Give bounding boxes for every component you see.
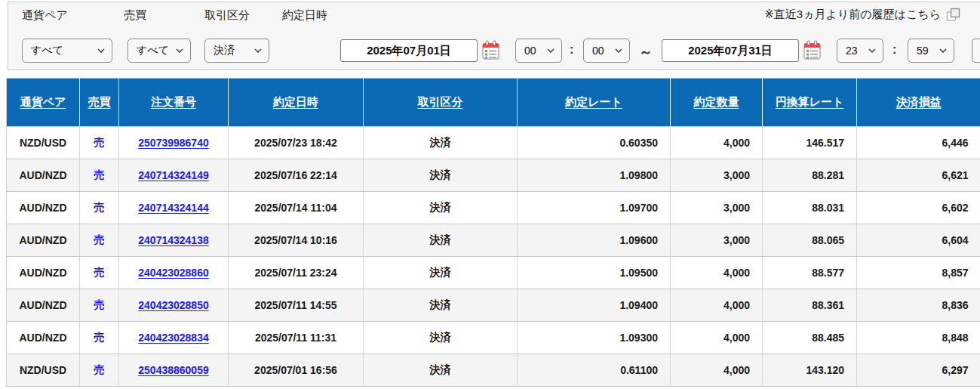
cell-jpy-rate: 146.517 [763,127,857,159]
currency-pair-select-value: すべて [31,44,63,57]
cell-settlement-pnl: 6,446 [857,127,980,159]
to-hour-select[interactable]: 23 [837,39,883,63]
cell-jpy-rate: 88.577 [763,257,857,289]
cell-jpy-rate: 88.361 [763,289,857,322]
order-number-link[interactable]: 240714324149 [138,169,208,181]
cell-exec-datetime: 2025/07/11 14:55 [229,289,364,322]
table-row: AUD/NZD売2407143241492025/07/16 22:14決済1.… [7,159,980,192]
cell-exec-quantity: 4,000 [671,127,763,159]
cell-side: 売 [80,192,119,224]
cell-trade-type: 決済 [364,159,518,192]
from-minute-value: 00 [592,45,604,57]
cell-exec-rate: 1.09300 [518,322,671,354]
cell-order-number: 240714324149 [119,159,229,192]
order-number-link[interactable]: 240714324138 [138,234,208,246]
from-minute-select[interactable]: 00 [583,39,630,63]
to-date-input[interactable]: 2025年07月31日 [662,39,799,62]
cell-exec-quantity: 3,000 [671,192,763,224]
cell-trade-type: 決済 [364,192,518,224]
table-row: AUD/NZD売2404230288502025/07/11 14:55決済1.… [7,289,980,322]
order-number-link[interactable]: 240714324144 [138,202,208,214]
cell-side: 売 [80,354,119,387]
side-select-value: すべて [137,44,169,57]
cell-trade-type: 決済 [364,127,518,159]
cell-order-number: 250438860059 [119,354,229,387]
chevron-down-icon [97,48,105,53]
cell-exec-datetime: 2025/07/23 18:42 [229,127,364,159]
table-header: 通貨ペア 売買 注文番号 約定日時 取引区分 約定レート 約定数量 円換算レート… [7,79,980,127]
cell-settlement-pnl: 6,602 [857,192,980,224]
col-header-exec-quantity[interactable]: 約定数量 [671,79,763,127]
cell-jpy-rate: 88.485 [763,322,857,354]
trade-type-select[interactable]: 決済 [204,39,269,63]
col-header-exec-rate[interactable]: 約定レート [518,79,671,127]
cell-settlement-pnl: 6,621 [857,159,980,192]
cell-exec-rate: 1.09700 [518,192,671,224]
col-header-trade-type[interactable]: 取引区分 [364,79,518,127]
to-calendar-icon[interactable] [803,40,821,60]
history-table-body: NZD/USD売2507399867402025/07/23 18:42決済0.… [7,127,980,387]
trade-history-screen: 通貨ペア 売買 取引区分 約定日時 ※直近3ヵ月より前の履歴はこちら すべて す… [0,0,980,389]
cell-side: 売 [80,257,119,289]
table-row: AUD/NZD売2404230288602025/07/11 23:24決済1.… [7,257,980,289]
cell-currency-pair: AUD/NZD [7,257,80,289]
order-number-link[interactable]: 240423028834 [138,332,208,344]
chevron-down-icon [176,48,183,53]
cell-order-number: 240714324144 [119,192,229,224]
cell-side: 売 [80,289,119,322]
from-hour-select[interactable]: 00 [515,39,562,63]
cell-trade-type: 決済 [364,257,518,289]
order-number-link[interactable]: 240423028850 [138,299,208,311]
col-header-side[interactable]: 売買 [80,79,119,127]
time-colon: : [570,43,573,57]
cell-settlement-pnl: 6,297 [857,354,980,387]
cell-order-number: 240423028850 [119,289,229,322]
col-header-jpy-rate[interactable]: 円換算レート [763,79,857,127]
col-header-settlement-pnl[interactable]: 決済損益 [857,79,980,127]
cell-exec-quantity: 3,000 [671,224,763,257]
popup-window-icon[interactable] [946,8,960,22]
cell-order-number: 240423028860 [119,257,229,289]
table-row: AUD/NZD売2407143241442025/07/14 11:04決済1.… [7,192,980,224]
cell-side: 売 [80,322,119,354]
cell-currency-pair: AUD/NZD [7,322,80,354]
order-number-link[interactable]: 250438860059 [138,364,208,376]
cell-side: 売 [80,224,119,257]
cell-settlement-pnl: 8,848 [857,322,980,354]
cell-currency-pair: AUD/NZD [7,289,80,322]
cutoff-button-fragment[interactable] [972,39,980,63]
cell-side: 売 [80,127,119,159]
table-row: AUD/NZD売2407143241382025/07/14 10:16決済1.… [7,224,980,257]
side-label: 売買 [124,8,146,23]
from-date-input[interactable]: 2025年07月01日 [340,39,478,62]
table-row: NZD/USD売2504388600592025/07/01 16:56決済0.… [7,354,980,387]
currency-pair-label: 通貨ペア [22,8,68,23]
cell-exec-rate: 1.09400 [518,289,671,322]
cell-trade-type: 決済 [364,322,518,354]
col-header-currency-pair[interactable]: 通貨ペア [7,79,80,127]
order-number-link[interactable]: 240423028860 [138,267,208,279]
currency-pair-select[interactable]: すべて [22,39,112,63]
cell-exec-datetime: 2025/07/11 23:24 [229,257,364,289]
table-row: AUD/NZD売2404230288342025/07/11 11:31決済1.… [7,322,980,354]
side-select[interactable]: すべて [127,39,191,63]
cell-exec-datetime: 2025/07/14 11:04 [229,192,364,224]
col-header-exec-datetime[interactable]: 約定日時 [229,79,364,127]
to-minute-select[interactable]: 59 [908,39,954,63]
old-history-note-wrap: ※直近3ヵ月より前の履歴はこちら [764,8,960,22]
order-number-link[interactable]: 250739986740 [138,137,208,149]
cell-currency-pair: AUD/NZD [7,192,80,224]
cell-order-number: 240714324138 [119,224,229,257]
chevron-down-icon [615,48,622,53]
from-calendar-icon[interactable] [482,40,499,60]
cell-exec-quantity: 4,000 [671,322,763,354]
col-header-order-number[interactable]: 注文番号 [119,79,229,127]
to-hour-value: 23 [846,45,858,57]
cell-trade-type: 決済 [364,289,518,322]
to-minute-value: 59 [917,45,929,57]
cell-exec-quantity: 4,000 [671,354,763,387]
time-colon: : [892,43,896,57]
filter-panel: 通貨ペア 売買 取引区分 約定日時 ※直近3ヵ月より前の履歴はこちら すべて す… [8,2,980,70]
cell-jpy-rate: 143.120 [763,354,857,387]
old-history-link[interactable]: ※直近3ヵ月より前の履歴はこちら [764,8,941,22]
